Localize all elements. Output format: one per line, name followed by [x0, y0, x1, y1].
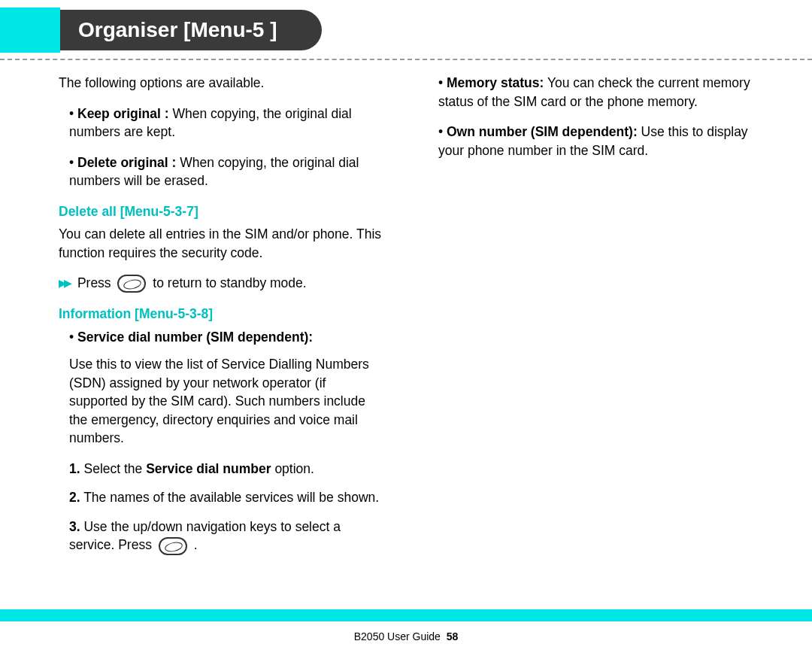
- option-label: Keep original :: [77, 106, 169, 121]
- subheading-information: Information [Menu-5-3-8]: [59, 305, 387, 323]
- sdn-label: Service dial number (SIM dependent):: [77, 330, 313, 345]
- footer-guide: B2050 User Guide: [354, 630, 441, 642]
- end-key-icon: [117, 275, 146, 293]
- page-header: Organiser [Menu-5 ]: [0, 0, 812, 60]
- right-column: • Memory status: You can check the curre…: [438, 74, 767, 566]
- memory-label: Memory status:: [447, 75, 544, 90]
- triangle-icon: ▶▶: [59, 276, 69, 291]
- option-delete-original: • Delete original : When copying, the or…: [59, 153, 387, 190]
- subheading-delete-all: Delete all [Menu-5-3-7]: [59, 202, 387, 221]
- sdn-item: • Service dial number (SIM dependent):: [59, 328, 387, 347]
- footer: B2050 User Guide 58: [0, 630, 812, 642]
- press-post: to return to standby mode.: [153, 275, 306, 290]
- press-pre: Press: [77, 275, 111, 290]
- intro-text: The following options are available.: [59, 74, 387, 93]
- footer-accent: [0, 609, 812, 621]
- sdn-desc: Use this to view the list of Service Dia…: [59, 355, 387, 448]
- press-instruction: ▶▶ Press to return to standby mode.: [59, 274, 387, 293]
- delete-all-desc: You can delete all entries in the SIM an…: [59, 225, 387, 262]
- option-label: Delete original :: [77, 155, 176, 170]
- send-key-icon: [159, 537, 187, 555]
- header-accent: [0, 8, 60, 53]
- step-2: 2. The names of the available services w…: [69, 488, 387, 507]
- own-number-item: • Own number (SIM dependent): Use this t…: [438, 123, 767, 159]
- memory-status-item: • Memory status: You can check the curre…: [438, 74, 767, 111]
- step-1: 1. Select the Service dial number option…: [69, 460, 387, 478]
- step2-text: The names of the available services will…: [83, 490, 379, 505]
- step-3: 3. Use the up/down navigation keys to se…: [69, 518, 387, 555]
- page-title: Organiser [Menu-5 ]: [60, 10, 322, 50]
- step1-pre: Select the: [83, 461, 146, 476]
- option-keep-original: • Keep original : When copying, the orig…: [59, 105, 387, 141]
- step1-post: option.: [271, 461, 314, 476]
- page-number: 58: [447, 630, 459, 642]
- step3-post: .: [194, 537, 198, 552]
- left-column: The following options are available. • K…: [59, 74, 387, 566]
- content-columns: The following options are available. • K…: [0, 60, 812, 566]
- step1-bold: Service dial number: [146, 461, 271, 476]
- sdn-steps: 1. Select the Service dial number option…: [59, 460, 387, 555]
- step3-pre: Use the up/down navigation keys to selec…: [69, 519, 341, 553]
- own-number-label: Own number (SIM dependent):: [447, 124, 638, 139]
